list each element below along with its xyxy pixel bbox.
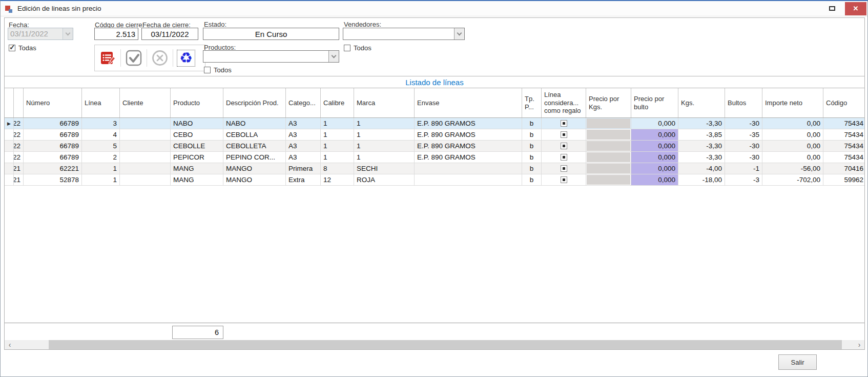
table-row[interactable]: 22667892PEPICORPEPINO COR...A311E.P. 890…	[5, 152, 864, 163]
cell-importe-neto[interactable]: 0,00	[762, 118, 823, 129]
productos-todos-checkbox[interactable]	[204, 67, 211, 73]
cell-fecha-partial[interactable]: 21	[14, 174, 24, 185]
column-header-precio-kgs[interactable]: Precio por Kgs.	[586, 88, 631, 117]
cell-linea[interactable]: 1	[82, 174, 120, 185]
table-row[interactable]: 21622211MANGMANGOPrimera8SECHIb0,000-4,0…	[5, 163, 864, 174]
cell-numero[interactable]: 66789	[24, 152, 82, 163]
cell-regalo[interactable]	[542, 129, 586, 140]
cell-descripcion-prod[interactable]: PEPINO COR...	[223, 152, 286, 163]
cell-precio-bulto[interactable]: 0,000	[631, 163, 678, 174]
cell-numero[interactable]: 52878	[24, 174, 82, 185]
regalo-checkbox[interactable]	[561, 176, 567, 183]
cell-precio-kgs[interactable]	[586, 163, 631, 174]
column-header-bultos[interactable]: Bultos	[725, 88, 762, 117]
cell-fecha-partial[interactable]: 22	[14, 118, 24, 129]
cell-importe-neto[interactable]: 0,00	[762, 129, 823, 140]
column-header-envase[interactable]: Envase	[415, 88, 522, 117]
cell-envase[interactable]: E.P. 890 GRAMOS	[415, 152, 522, 163]
cell-numero[interactable]: 62221	[24, 163, 82, 174]
cell-bultos[interactable]: -1	[725, 163, 762, 174]
column-header-categoria[interactable]: Catego...	[286, 88, 321, 117]
cell-regalo[interactable]	[542, 163, 586, 174]
cell-descripcion-prod[interactable]: MANGO	[223, 163, 286, 174]
cell-tp-p[interactable]: b	[522, 129, 542, 140]
cell-cliente[interactable]	[120, 129, 171, 140]
cell-codigo[interactable]: 75434	[823, 152, 864, 163]
cell-descripcion-prod[interactable]: MANGO	[223, 174, 286, 185]
productos-combobox[interactable]	[203, 50, 339, 63]
vendedores-todos-row[interactable]: Todos	[344, 44, 371, 52]
cell-fecha-partial[interactable]: 21	[14, 163, 24, 174]
cell-producto[interactable]: MANG	[171, 163, 223, 174]
maximize-button[interactable]	[823, 2, 841, 15]
cell-numero[interactable]: 66789	[24, 118, 82, 129]
todas-checkbox[interactable]	[9, 45, 15, 51]
cell-bultos[interactable]: -30	[725, 118, 762, 129]
column-header-regalo[interactable]: Línea considera... como regalo	[542, 88, 586, 117]
cell-row-indicator[interactable]	[5, 141, 14, 151]
cell-tp-p[interactable]: b	[522, 118, 542, 129]
cell-fecha-partial[interactable]: 22	[14, 152, 24, 163]
cell-marca[interactable]: 1	[354, 118, 415, 129]
cell-envase[interactable]	[415, 163, 522, 174]
column-header-codigo[interactable]: Código	[823, 88, 864, 117]
cell-numero[interactable]: 66789	[24, 141, 82, 151]
cell-precio-bulto[interactable]: 0,000	[631, 118, 678, 129]
cell-importe-neto[interactable]: 0,00	[762, 152, 823, 163]
cell-precio-bulto[interactable]: 0,000	[631, 152, 678, 163]
vendedores-dropdown-arrow[interactable]	[454, 28, 464, 39]
cell-precio-kgs[interactable]	[586, 129, 631, 140]
cell-marca[interactable]: SECHI	[354, 163, 415, 174]
cell-importe-neto[interactable]: -702,00	[762, 174, 823, 185]
cell-regalo[interactable]	[542, 141, 586, 151]
column-header-descripcion-prod[interactable]: Descripción Prod.	[223, 88, 286, 117]
cell-numero[interactable]: 66789	[24, 129, 82, 140]
table-row[interactable]: 21528781MANGMANGOExtra12ROJAb0,000-18,00…	[5, 174, 864, 186]
salir-button[interactable]: Salir	[778, 354, 817, 370]
cell-cliente[interactable]	[120, 141, 171, 151]
cell-row-indicator[interactable]	[5, 174, 14, 185]
cell-regalo[interactable]	[542, 152, 586, 163]
cell-kgs[interactable]: -3,30	[678, 118, 725, 129]
cell-cliente[interactable]	[120, 174, 171, 185]
column-header-importe-neto[interactable]: Importe neto	[762, 88, 823, 117]
cell-producto[interactable]: CEBOLLE	[171, 141, 223, 151]
cell-envase[interactable]: E.P. 890 GRAMOS	[415, 129, 522, 140]
regalo-checkbox[interactable]	[561, 120, 567, 127]
cell-descripcion-prod[interactable]: CEBOLLA	[223, 129, 286, 140]
todas-checkbox-row[interactable]: Todas	[9, 44, 36, 52]
column-header-linea[interactable]: Línea	[82, 88, 120, 117]
cell-linea[interactable]: 2	[82, 152, 120, 163]
cell-producto[interactable]: MANG	[171, 174, 223, 185]
cell-tp-p[interactable]: b	[522, 163, 542, 174]
column-header-precio-bulto[interactable]: Precio por bulto	[631, 88, 678, 117]
cell-codigo[interactable]: 75434	[823, 129, 864, 140]
cell-producto[interactable]: PEPICOR	[171, 152, 223, 163]
record-count-input[interactable]	[172, 326, 223, 339]
cell-precio-kgs[interactable]	[586, 118, 631, 129]
horizontal-scrollbar[interactable]: ‹ ›	[5, 340, 864, 349]
scrollbar-thumb[interactable]	[49, 340, 842, 349]
cell-marca[interactable]: 1	[354, 129, 415, 140]
cell-categoria[interactable]: A3	[286, 129, 321, 140]
cell-producto[interactable]: NABO	[171, 118, 223, 129]
column-header-row-indicator[interactable]	[5, 88, 14, 117]
vendedores-combobox[interactable]	[343, 28, 465, 40]
column-header-calibre[interactable]: Calibre	[321, 88, 354, 117]
cell-calibre[interactable]: 1	[321, 141, 354, 151]
cell-precio-bulto[interactable]: 0,000	[631, 174, 678, 185]
cell-regalo[interactable]	[542, 118, 586, 129]
scroll-left-button[interactable]: ‹	[5, 340, 15, 349]
cell-precio-bulto[interactable]: 0,000	[631, 141, 678, 151]
cell-descripcion-prod[interactable]: CEBOLLETA	[223, 141, 286, 151]
cell-kgs[interactable]: -3,30	[678, 141, 725, 151]
cell-tp-p[interactable]: b	[522, 141, 542, 151]
cell-regalo[interactable]	[542, 174, 586, 185]
confirm-button[interactable]	[121, 45, 147, 71]
cell-codigo[interactable]: 59962	[823, 174, 864, 185]
column-header-marca[interactable]: Marca	[354, 88, 415, 117]
cell-row-indicator[interactable]	[5, 129, 14, 140]
cell-row-indicator[interactable]: ▶	[5, 118, 14, 129]
table-row[interactable]: 22667894CEBOCEBOLLAA311E.P. 890 GRAMOSb0…	[5, 129, 864, 141]
cell-fecha-partial[interactable]: 22	[14, 141, 24, 151]
